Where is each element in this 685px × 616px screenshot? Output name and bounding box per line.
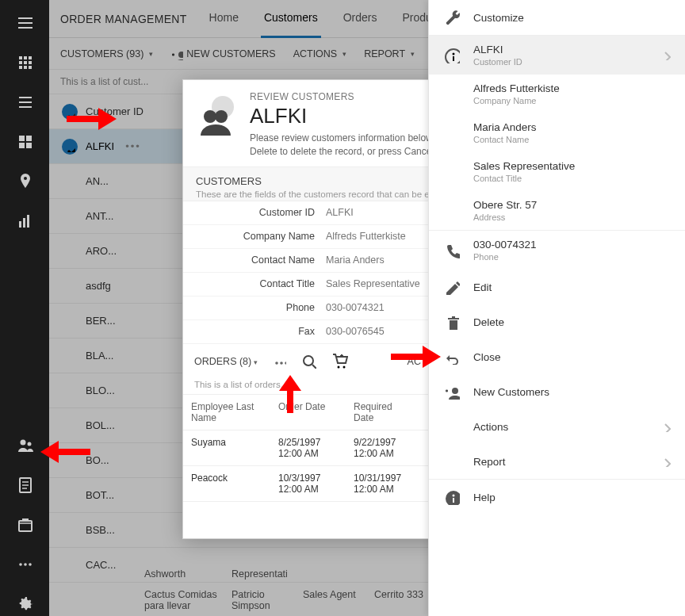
panel-address-value: Obere Str. 57: [473, 199, 537, 211]
trash-icon: [443, 314, 461, 330]
list-icon[interactable]: [12, 89, 37, 114]
panel-phone-value: 030-0074321: [473, 239, 537, 251]
wrench-icon: [443, 10, 461, 25]
orders-count[interactable]: ORDERS (8): [194, 356, 258, 367]
panel-customize-label: Customize: [473, 12, 524, 24]
gear-icon[interactable]: [12, 591, 37, 616]
panel-report-label: Report: [473, 456, 506, 468]
panel-phone-row[interactable]: 030-0074321Phone: [429, 231, 685, 270]
panel-help[interactable]: Help: [429, 480, 685, 515]
field-value: 030-0074321: [326, 302, 385, 313]
panel-edit[interactable]: Edit: [429, 270, 685, 304]
avatar-icon: [196, 91, 240, 136]
menu-icon[interactable]: [12, 10, 37, 35]
panel-new-label: New Customers: [473, 386, 549, 398]
field-label: Contact Name: [183, 254, 326, 266]
panel-address-label: Address: [473, 212, 537, 222]
panel-contact-value: Maria Anders: [473, 121, 537, 133]
chevron-right-icon: [658, 454, 671, 469]
side-panel: Customize ALFKICustomer ID Alfreds Futte…: [428, 0, 685, 616]
apps-icon[interactable]: [12, 128, 37, 154]
panel-new-customers[interactable]: New Customers: [429, 374, 685, 409]
field-value: Alfreds Futterkiste: [326, 231, 406, 242]
dots-icon[interactable]: [12, 551, 37, 576]
panel-id-value: ALFKI: [473, 44, 522, 55]
field-label: Contact Title: [183, 278, 326, 289]
field-label: Company Name: [183, 231, 326, 242]
chart-icon[interactable]: [12, 208, 37, 233]
box-icon[interactable]: [12, 511, 37, 537]
chevron-right-icon: [658, 419, 671, 434]
panel-title-label: Contact Title: [473, 174, 575, 183]
panel-phone-label: Phone: [473, 252, 537, 262]
panel-company-label: Company Name: [473, 96, 560, 105]
search-icon[interactable]: [300, 353, 316, 371]
panel-delete[interactable]: Delete: [429, 304, 685, 339]
cart-icon[interactable]: [331, 352, 348, 372]
col-od: Order Date: [270, 395, 346, 430]
undo-icon: [443, 349, 461, 365]
panel-close[interactable]: Close: [429, 339, 685, 374]
info-icon: [443, 48, 461, 63]
col-emp: Employee Last Name: [183, 395, 270, 430]
col-rd: Required Date: [346, 395, 421, 430]
panel-customize[interactable]: Customize: [429, 0, 685, 35]
chevron-right-icon: [658, 48, 671, 63]
phone-icon: [443, 243, 461, 258]
group-icon[interactable]: [12, 432, 37, 457]
field-label: Fax: [183, 326, 326, 337]
panel-contact-row[interactable]: Maria AndersContact Name: [429, 113, 685, 152]
field-label: Phone: [183, 302, 326, 313]
field-value: ALFKI: [326, 207, 354, 218]
field-value: Maria Anders: [326, 254, 385, 266]
nav-rail: [0, 0, 49, 616]
pin-icon[interactable]: [12, 168, 37, 193]
panel-actions-label: Actions: [473, 421, 508, 433]
panel-help-label: Help: [473, 492, 496, 503]
panel-address-row[interactable]: Obere Str. 57Address: [429, 191, 685, 230]
panel-title-row[interactable]: Sales RepresentativeContact Title: [429, 152, 685, 191]
panel-company-row[interactable]: Alfreds FutterkisteCompany Name: [429, 75, 685, 113]
panel-report[interactable]: Report: [429, 444, 685, 479]
info-solid-icon: [443, 489, 461, 505]
grid-icon[interactable]: [12, 49, 37, 75]
panel-close-label: Close: [473, 351, 501, 363]
field-value: 030-0076545: [326, 326, 385, 337]
panel-delete-label: Delete: [473, 316, 504, 328]
panel-id-label: Customer ID: [473, 57, 522, 67]
doc-icon[interactable]: [12, 472, 37, 497]
panel-company-value: Alfreds Futterkiste: [473, 82, 560, 94]
panel-edit-label: Edit: [473, 281, 492, 293]
add-user-icon: [443, 384, 461, 400]
panel-title-value: Sales Representative: [473, 160, 575, 172]
pencil-icon: [443, 279, 461, 295]
panel-contact-label: Contact Name: [473, 135, 537, 144]
panel-actions[interactable]: Actions: [429, 409, 685, 444]
panel-id-row[interactable]: ALFKICustomer ID: [429, 36, 685, 75]
more-icon[interactable]: [272, 354, 286, 370]
field-value: Sales Representative: [326, 278, 420, 289]
field-label: Customer ID: [183, 207, 326, 218]
